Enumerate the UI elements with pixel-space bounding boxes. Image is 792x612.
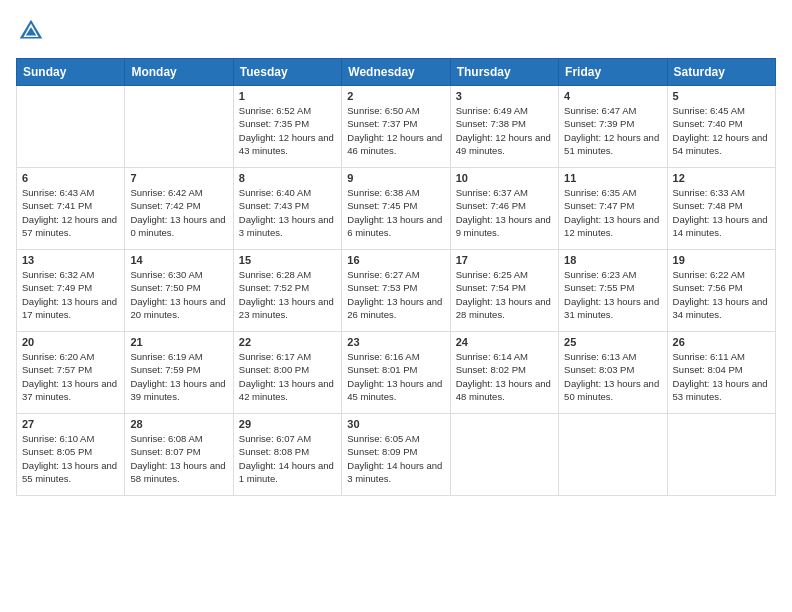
calendar-cell [17, 86, 125, 168]
calendar-cell [667, 414, 775, 496]
calendar-cell: 30Sunrise: 6:05 AMSunset: 8:09 PMDayligh… [342, 414, 450, 496]
day-number: 9 [347, 172, 444, 184]
calendar-cell: 3Sunrise: 6:49 AMSunset: 7:38 PMDaylight… [450, 86, 558, 168]
calendar-cell: 11Sunrise: 6:35 AMSunset: 7:47 PMDayligh… [559, 168, 667, 250]
day-detail: Sunrise: 6:37 AMSunset: 7:46 PMDaylight:… [456, 186, 553, 239]
calendar-cell: 22Sunrise: 6:17 AMSunset: 8:00 PMDayligh… [233, 332, 341, 414]
calendar-cell: 8Sunrise: 6:40 AMSunset: 7:43 PMDaylight… [233, 168, 341, 250]
day-number: 24 [456, 336, 553, 348]
logo-icon [16, 16, 46, 46]
day-number: 20 [22, 336, 119, 348]
day-detail: Sunrise: 6:40 AMSunset: 7:43 PMDaylight:… [239, 186, 336, 239]
day-number: 14 [130, 254, 227, 266]
day-number: 19 [673, 254, 770, 266]
day-number: 25 [564, 336, 661, 348]
day-detail: Sunrise: 6:38 AMSunset: 7:45 PMDaylight:… [347, 186, 444, 239]
calendar-cell: 13Sunrise: 6:32 AMSunset: 7:49 PMDayligh… [17, 250, 125, 332]
calendar-cell: 9Sunrise: 6:38 AMSunset: 7:45 PMDaylight… [342, 168, 450, 250]
calendar-cell [125, 86, 233, 168]
calendar-cell: 16Sunrise: 6:27 AMSunset: 7:53 PMDayligh… [342, 250, 450, 332]
day-number: 2 [347, 90, 444, 102]
day-number: 17 [456, 254, 553, 266]
calendar-cell: 21Sunrise: 6:19 AMSunset: 7:59 PMDayligh… [125, 332, 233, 414]
logo [16, 16, 50, 46]
day-number: 26 [673, 336, 770, 348]
day-number: 4 [564, 90, 661, 102]
calendar-cell: 14Sunrise: 6:30 AMSunset: 7:50 PMDayligh… [125, 250, 233, 332]
calendar-cell: 27Sunrise: 6:10 AMSunset: 8:05 PMDayligh… [17, 414, 125, 496]
day-number: 22 [239, 336, 336, 348]
day-detail: Sunrise: 6:25 AMSunset: 7:54 PMDaylight:… [456, 268, 553, 321]
calendar-cell: 20Sunrise: 6:20 AMSunset: 7:57 PMDayligh… [17, 332, 125, 414]
day-number: 18 [564, 254, 661, 266]
day-number: 30 [347, 418, 444, 430]
day-detail: Sunrise: 6:13 AMSunset: 8:03 PMDaylight:… [564, 350, 661, 403]
day-number: 8 [239, 172, 336, 184]
day-detail: Sunrise: 6:35 AMSunset: 7:47 PMDaylight:… [564, 186, 661, 239]
day-detail: Sunrise: 6:07 AMSunset: 8:08 PMDaylight:… [239, 432, 336, 485]
day-number: 6 [22, 172, 119, 184]
weekday-header-row: SundayMondayTuesdayWednesdayThursdayFrid… [17, 59, 776, 86]
weekday-header-wednesday: Wednesday [342, 59, 450, 86]
day-number: 28 [130, 418, 227, 430]
day-number: 5 [673, 90, 770, 102]
day-number: 21 [130, 336, 227, 348]
page: SundayMondayTuesdayWednesdayThursdayFrid… [0, 0, 792, 512]
day-detail: Sunrise: 6:33 AMSunset: 7:48 PMDaylight:… [673, 186, 770, 239]
calendar-cell [450, 414, 558, 496]
day-detail: Sunrise: 6:14 AMSunset: 8:02 PMDaylight:… [456, 350, 553, 403]
day-number: 12 [673, 172, 770, 184]
weekday-header-friday: Friday [559, 59, 667, 86]
weekday-header-thursday: Thursday [450, 59, 558, 86]
day-detail: Sunrise: 6:22 AMSunset: 7:56 PMDaylight:… [673, 268, 770, 321]
day-number: 7 [130, 172, 227, 184]
day-number: 23 [347, 336, 444, 348]
day-number: 11 [564, 172, 661, 184]
calendar-cell: 23Sunrise: 6:16 AMSunset: 8:01 PMDayligh… [342, 332, 450, 414]
day-detail: Sunrise: 6:28 AMSunset: 7:52 PMDaylight:… [239, 268, 336, 321]
calendar-cell: 19Sunrise: 6:22 AMSunset: 7:56 PMDayligh… [667, 250, 775, 332]
day-detail: Sunrise: 6:11 AMSunset: 8:04 PMDaylight:… [673, 350, 770, 403]
weekday-header-monday: Monday [125, 59, 233, 86]
day-number: 1 [239, 90, 336, 102]
calendar-cell: 10Sunrise: 6:37 AMSunset: 7:46 PMDayligh… [450, 168, 558, 250]
day-detail: Sunrise: 6:08 AMSunset: 8:07 PMDaylight:… [130, 432, 227, 485]
day-detail: Sunrise: 6:43 AMSunset: 7:41 PMDaylight:… [22, 186, 119, 239]
day-detail: Sunrise: 6:50 AMSunset: 7:37 PMDaylight:… [347, 104, 444, 157]
weekday-header-saturday: Saturday [667, 59, 775, 86]
week-row-2: 6Sunrise: 6:43 AMSunset: 7:41 PMDaylight… [17, 168, 776, 250]
week-row-3: 13Sunrise: 6:32 AMSunset: 7:49 PMDayligh… [17, 250, 776, 332]
calendar-cell: 4Sunrise: 6:47 AMSunset: 7:39 PMDaylight… [559, 86, 667, 168]
day-number: 13 [22, 254, 119, 266]
calendar-cell: 7Sunrise: 6:42 AMSunset: 7:42 PMDaylight… [125, 168, 233, 250]
day-detail: Sunrise: 6:23 AMSunset: 7:55 PMDaylight:… [564, 268, 661, 321]
day-detail: Sunrise: 6:42 AMSunset: 7:42 PMDaylight:… [130, 186, 227, 239]
week-row-5: 27Sunrise: 6:10 AMSunset: 8:05 PMDayligh… [17, 414, 776, 496]
week-row-4: 20Sunrise: 6:20 AMSunset: 7:57 PMDayligh… [17, 332, 776, 414]
calendar-cell: 5Sunrise: 6:45 AMSunset: 7:40 PMDaylight… [667, 86, 775, 168]
calendar-cell: 15Sunrise: 6:28 AMSunset: 7:52 PMDayligh… [233, 250, 341, 332]
day-detail: Sunrise: 6:49 AMSunset: 7:38 PMDaylight:… [456, 104, 553, 157]
calendar-cell: 25Sunrise: 6:13 AMSunset: 8:03 PMDayligh… [559, 332, 667, 414]
day-detail: Sunrise: 6:17 AMSunset: 8:00 PMDaylight:… [239, 350, 336, 403]
day-detail: Sunrise: 6:32 AMSunset: 7:49 PMDaylight:… [22, 268, 119, 321]
calendar-cell: 29Sunrise: 6:07 AMSunset: 8:08 PMDayligh… [233, 414, 341, 496]
calendar-cell: 18Sunrise: 6:23 AMSunset: 7:55 PMDayligh… [559, 250, 667, 332]
day-detail: Sunrise: 6:47 AMSunset: 7:39 PMDaylight:… [564, 104, 661, 157]
day-detail: Sunrise: 6:20 AMSunset: 7:57 PMDaylight:… [22, 350, 119, 403]
calendar-cell: 12Sunrise: 6:33 AMSunset: 7:48 PMDayligh… [667, 168, 775, 250]
day-number: 27 [22, 418, 119, 430]
weekday-header-tuesday: Tuesday [233, 59, 341, 86]
calendar-cell: 2Sunrise: 6:50 AMSunset: 7:37 PMDaylight… [342, 86, 450, 168]
day-detail: Sunrise: 6:10 AMSunset: 8:05 PMDaylight:… [22, 432, 119, 485]
day-detail: Sunrise: 6:27 AMSunset: 7:53 PMDaylight:… [347, 268, 444, 321]
day-number: 29 [239, 418, 336, 430]
calendar-cell: 1Sunrise: 6:52 AMSunset: 7:35 PMDaylight… [233, 86, 341, 168]
day-detail: Sunrise: 6:19 AMSunset: 7:59 PMDaylight:… [130, 350, 227, 403]
calendar-cell [559, 414, 667, 496]
day-number: 10 [456, 172, 553, 184]
calendar-cell: 26Sunrise: 6:11 AMSunset: 8:04 PMDayligh… [667, 332, 775, 414]
weekday-header-sunday: Sunday [17, 59, 125, 86]
week-row-1: 1Sunrise: 6:52 AMSunset: 7:35 PMDaylight… [17, 86, 776, 168]
day-number: 15 [239, 254, 336, 266]
